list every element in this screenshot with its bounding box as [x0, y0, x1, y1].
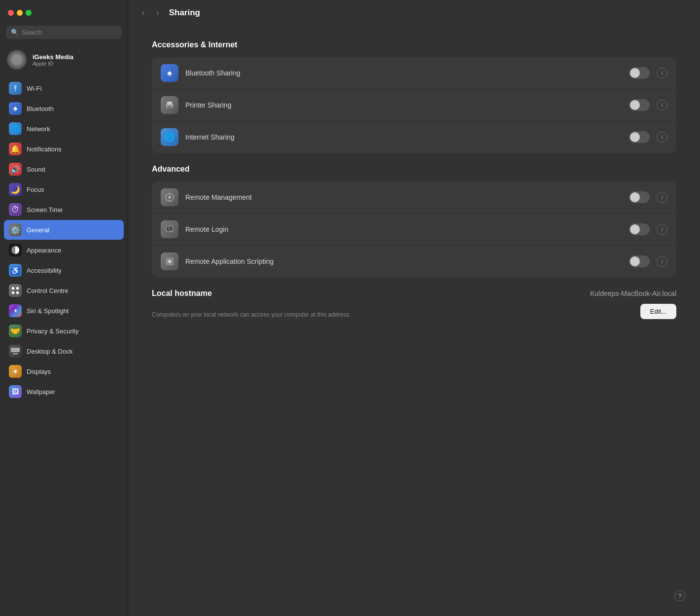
internet-sharing-toggle[interactable]	[629, 131, 650, 143]
sidebar-item-network[interactable]: 🌐 Network	[4, 119, 124, 139]
hostname-row: Local hostname Kuldeeps-MacBook-Air.loca…	[152, 289, 676, 298]
forward-button[interactable]: ›	[154, 6, 161, 19]
remote-management-row: Remote Management i	[152, 181, 676, 214]
controlcentre-icon	[9, 284, 22, 297]
privacy-icon: 🤝	[9, 325, 22, 337]
remote-login-icon: >_	[161, 220, 178, 238]
wifi-icon	[9, 82, 22, 95]
profile-sub: Apple ID	[33, 61, 73, 67]
bluetooth-sharing-icon: ♠	[161, 64, 178, 82]
main-header: ‹ › Sharing	[128, 0, 700, 26]
internet-sharing-label: Internet Sharing	[185, 133, 622, 141]
sidebar-list: Wi-Fi ♠ Bluetooth 🌐 Network 🔔 Notificati…	[0, 78, 128, 616]
sidebar-item-general[interactable]: ⚙️ General	[4, 220, 124, 240]
sidebar-item-sound[interactable]: 🔊 Sound	[4, 159, 124, 179]
fullscreen-button[interactable]	[26, 10, 32, 16]
close-button[interactable]	[8, 10, 14, 16]
bluetooth-sharing-info[interactable]: i	[657, 68, 667, 78]
section-header-accessories: Accessories & Internet	[152, 40, 676, 49]
sidebar-item-label: Siri & Spotlight	[27, 307, 69, 315]
printer-sharing-toggle[interactable]	[629, 99, 650, 111]
remote-login-info[interactable]: i	[657, 224, 667, 235]
sidebar-item-label: Bluetooth	[27, 105, 54, 112]
sidebar-item-privacy[interactable]: 🤝 Privacy & Security	[4, 321, 124, 341]
sidebar-item-label: Wallpaper	[27, 388, 55, 396]
sidebar-item-label: Focus	[27, 186, 44, 193]
sidebar-item-label: Appearance	[27, 247, 61, 254]
internet-sharing-row: 🌐 Internet Sharing i	[152, 121, 676, 153]
svg-rect-1	[12, 287, 14, 290]
hostname-desc-row: Computers on your local network can acce…	[152, 304, 676, 319]
sidebar-item-label: Control Centre	[27, 287, 69, 294]
sidebar-item-wallpaper[interactable]: 🖼 Wallpaper	[4, 382, 124, 401]
printer-sharing-label: Printer Sharing	[185, 101, 622, 109]
sidebar-item-label: Accessibility	[27, 267, 62, 274]
svg-rect-2	[16, 287, 19, 290]
svg-point-11	[168, 196, 171, 199]
internet-sharing-info[interactable]: i	[657, 132, 667, 143]
desktopdock-icon	[9, 345, 22, 358]
accessibility-icon: ♿	[9, 264, 22, 277]
sidebar-item-displays[interactable]: ☀ Displays	[4, 362, 124, 381]
profile-info: iGeeks Media Apple ID	[33, 53, 73, 67]
remote-app-scripting-toggle[interactable]	[629, 255, 650, 267]
advanced-group: Remote Management i >_ Remote Login	[152, 181, 676, 277]
sidebar-item-accessibility[interactable]: ♿ Accessibility	[4, 260, 124, 280]
sidebar-item-label: Screen Time	[27, 206, 63, 214]
sidebar-item-desktopdock[interactable]: Desktop & Dock	[4, 341, 124, 361]
minimize-button[interactable]	[17, 10, 23, 16]
sidebar-item-notifications[interactable]: 🔔 Notifications	[4, 139, 124, 159]
svg-rect-4	[16, 291, 19, 294]
traffic-lights	[8, 10, 32, 16]
back-button[interactable]: ‹	[140, 6, 146, 19]
svg-rect-8	[167, 102, 172, 104]
svg-rect-5	[11, 348, 20, 352]
svg-rect-9	[167, 106, 172, 108]
help-button[interactable]: ?	[674, 590, 685, 601]
internet-sharing-icon: 🌐	[161, 128, 178, 146]
appearance-icon	[9, 244, 22, 256]
page-title: Sharing	[169, 8, 200, 18]
sidebar-item-wifi[interactable]: Wi-Fi	[4, 78, 124, 98]
sidebar-item-controlcentre[interactable]: Control Centre	[4, 281, 124, 300]
remote-login-row: >_ Remote Login i	[152, 214, 676, 246]
remote-management-info[interactable]: i	[657, 192, 667, 203]
bluetooth-sharing-toggle[interactable]	[629, 67, 650, 79]
main-content: ‹ › Sharing Accessories & Internet ♠ Blu…	[128, 0, 700, 616]
sidebar-item-appearance[interactable]: Appearance	[4, 240, 124, 260]
svg-rect-6	[13, 353, 18, 355]
sidebar-item-label: Wi-Fi	[27, 85, 41, 92]
sidebar-item-label: Desktop & Dock	[27, 348, 72, 355]
svg-text:>_: >_	[168, 227, 172, 231]
sidebar-item-focus[interactable]: 🌙 Focus	[4, 180, 124, 199]
search-input[interactable]: Search	[22, 29, 42, 36]
section-header-advanced: Advanced	[152, 165, 676, 174]
sidebar-item-label: General	[27, 226, 49, 234]
bluetooth-icon: ♠	[9, 102, 22, 115]
local-hostname-section: Local hostname Kuldeeps-MacBook-Air.loca…	[152, 289, 676, 319]
search-icon: 🔍	[11, 29, 19, 36]
sidebar-item-siri[interactable]: ✦ Siri & Spotlight	[4, 301, 124, 321]
edit-button[interactable]: Edit...	[640, 304, 676, 319]
remote-login-toggle[interactable]	[629, 223, 650, 235]
sidebar-item-label: Displays	[27, 368, 51, 375]
sidebar-item-label: Sound	[27, 166, 45, 173]
search-bar[interactable]: 🔍 Search	[6, 26, 122, 39]
profile-section[interactable]: iGeeks Media Apple ID	[0, 45, 128, 74]
remote-login-label: Remote Login	[185, 225, 622, 233]
remote-management-label: Remote Management	[185, 193, 622, 201]
remote-management-toggle[interactable]	[629, 191, 650, 203]
focus-icon: 🌙	[9, 183, 22, 196]
displays-icon: ☀	[9, 365, 22, 378]
titlebar	[0, 0, 128, 26]
avatar	[7, 50, 27, 70]
sound-icon: 🔊	[9, 163, 22, 176]
screentime-icon: ⏱	[9, 203, 22, 216]
sidebar-item-screentime[interactable]: ⏱ Screen Time	[4, 200, 124, 219]
printer-sharing-row: Printer Sharing i	[152, 89, 676, 121]
wallpaper-icon: 🖼	[9, 385, 22, 398]
printer-sharing-info[interactable]: i	[657, 100, 667, 110]
sidebar-item-bluetooth[interactable]: ♠ Bluetooth	[4, 99, 124, 118]
remote-app-scripting-info[interactable]: i	[657, 256, 667, 267]
bluetooth-sharing-row: ♠ Bluetooth Sharing i	[152, 57, 676, 89]
